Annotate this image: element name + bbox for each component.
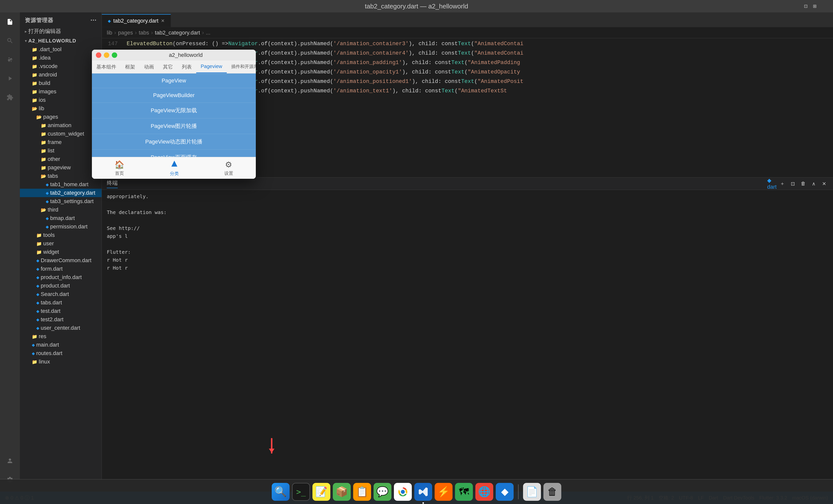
sidebar-item-other[interactable]: other xyxy=(20,155,101,163)
sidebar-item-user-center[interactable]: user_center.dart xyxy=(20,324,101,332)
list-item-pageview[interactable]: PageView xyxy=(92,73,256,88)
sidebar-item-tools[interactable]: tools xyxy=(20,231,101,239)
breadcrumb-pages[interactable]: pages xyxy=(118,29,133,36)
list-item-pageviewbuilder[interactable]: PageViewBuilder xyxy=(92,88,256,103)
sidebar-item-frame[interactable]: frame xyxy=(20,138,101,146)
tab-tab2-category[interactable]: tab2_category.dart ✕ xyxy=(102,14,171,27)
bottom-nav-settings[interactable]: ⚙ 设置 xyxy=(224,160,233,176)
chevron-up-icon[interactable]: ∧ xyxy=(810,180,817,188)
documents-dock-icon[interactable]: 📄 xyxy=(523,483,541,501)
sidebar-item-widget[interactable]: widget xyxy=(20,248,101,256)
sidebar-item-images[interactable]: images xyxy=(20,88,101,96)
sidebar-item-search[interactable]: Search.dart xyxy=(20,290,101,298)
sidebar-item-tabs[interactable]: tabs xyxy=(20,172,101,180)
sidebar-item-idea[interactable]: .idea xyxy=(20,54,101,62)
split-terminal-icon[interactable]: ⊡ xyxy=(789,180,797,188)
terminal-dock-icon[interactable]: >_ xyxy=(292,483,310,501)
sidebar-item-dart-tool[interactable]: .dart_tool xyxy=(20,45,101,54)
sidebar-item-android[interactable]: android xyxy=(20,71,101,79)
sidebar-item-test[interactable]: test.dart xyxy=(20,307,101,315)
sidebar-menu-icon[interactable]: ··· xyxy=(90,16,97,24)
window-minimize-button[interactable] xyxy=(104,52,109,58)
browser2-icon[interactable]: 🌐 xyxy=(475,483,493,501)
app-tab-other[interactable]: 其它 xyxy=(159,61,177,73)
breadcrumb-tabs[interactable]: tabs xyxy=(139,29,149,36)
list-item-pageview-dynamic[interactable]: PageView动态图片轮播 xyxy=(92,134,256,150)
terminal-content[interactable]: appropriately. The declaration was: See … xyxy=(102,190,833,272)
app-tab-frame[interactable]: 框架 xyxy=(121,61,140,73)
run-debug-icon[interactable] xyxy=(3,72,17,86)
breadcrumb-more[interactable]: ... xyxy=(206,29,210,36)
app-tab-pageview[interactable]: Pageview xyxy=(196,61,227,73)
sidebar-item-pages[interactable]: pages xyxy=(20,113,101,121)
dart-terminal-icon[interactable]: ◆ dart xyxy=(768,180,776,188)
sidebar-item-main[interactable]: main.dart xyxy=(20,341,101,349)
source-control-icon[interactable] xyxy=(3,53,17,67)
extensions-icon[interactable] xyxy=(3,90,17,104)
chrome-icon[interactable] xyxy=(394,483,412,501)
sidebar-item-drawercommon[interactable]: DrawerCommon.dart xyxy=(20,256,101,265)
files-icon[interactable] xyxy=(3,15,17,29)
sidebar-item-linux[interactable]: linux xyxy=(20,358,101,366)
trash-terminal-icon[interactable]: 🗑 xyxy=(799,180,807,188)
vscode-dock-icon[interactable] xyxy=(414,483,432,501)
app-tab-animation[interactable]: 动画 xyxy=(140,61,159,73)
dart-dock-icon[interactable]: ◆ xyxy=(496,483,514,501)
sidebar-item-custom-widget[interactable]: custom_widget xyxy=(20,129,101,138)
list-item-pageview-carousel[interactable]: PageView图片轮播 xyxy=(92,118,256,134)
window-close-button[interactable] xyxy=(96,52,101,58)
search-icon[interactable] xyxy=(3,34,17,48)
account-icon[interactable] xyxy=(3,454,17,468)
list-item-pageview-cache[interactable]: PageView页面缓存 xyxy=(92,150,256,157)
sidebar-item-lib[interactable]: lib xyxy=(20,104,101,113)
split-editor-icon[interactable]: ⊡ xyxy=(802,3,809,10)
sidebar-item-routes[interactable]: routes.dart xyxy=(20,349,101,358)
list-item-pageview-infinite[interactable]: PageView无限加载 xyxy=(92,103,256,118)
sidebar-item-animation[interactable]: animation xyxy=(20,121,101,129)
close-terminal-icon[interactable]: ✕ xyxy=(820,180,828,188)
sidebar-item-third[interactable]: third xyxy=(20,206,101,214)
sidebar-item-ios[interactable]: ios xyxy=(20,96,101,104)
maps-icon[interactable]: 🗺 xyxy=(455,483,473,501)
app-tab-list[interactable]: 列表 xyxy=(177,61,196,73)
finder-icon[interactable]: 🔍 xyxy=(272,483,290,501)
sidebar-item-user[interactable]: user xyxy=(20,239,101,248)
sidebar-item-tab2-category[interactable]: tab2_category.dart xyxy=(20,189,101,197)
app5-icon[interactable]: 📋 xyxy=(353,483,371,501)
sidebar-item-product-info[interactable]: product_info.dart xyxy=(20,273,101,282)
sidebar-item-form[interactable]: form.dart xyxy=(20,265,101,273)
sidebar-item-pageview[interactable]: pageview xyxy=(20,163,101,172)
bottom-nav-home[interactable]: 🏠 首页 xyxy=(115,160,124,176)
sidebar-item-test2[interactable]: test2.dart xyxy=(20,315,101,324)
sidebar-item-label: list xyxy=(48,147,54,154)
root-folder-section[interactable]: A2_HELLOWORLD xyxy=(20,37,101,45)
sublime-icon[interactable]: ⚡ xyxy=(435,483,453,501)
tab-close-button[interactable]: ✕ xyxy=(161,18,165,24)
trash-dock-icon[interactable]: 🗑 xyxy=(543,483,561,501)
add-terminal-icon[interactable]: ＋ xyxy=(778,180,786,188)
open-editors-section[interactable]: 打开的编辑器 xyxy=(20,26,101,37)
sidebar-item-tabs-dart[interactable]: tabs.dart xyxy=(20,298,101,307)
bottom-nav-category[interactable]: 分类 xyxy=(170,160,179,176)
notes-icon[interactable]: 📝 xyxy=(312,483,330,501)
wechat-icon[interactable]: 💬 xyxy=(374,483,391,501)
app4-icon[interactable]: 📦 xyxy=(333,483,351,501)
folder-icon xyxy=(36,232,42,238)
sidebar-item-tab3-settings[interactable]: tab3_settings.dart xyxy=(20,197,101,206)
layout-icon[interactable]: ⊞ xyxy=(811,3,818,10)
sidebar-item-product[interactable]: product.dart xyxy=(20,282,101,290)
sidebar-item-res[interactable]: res xyxy=(20,332,101,341)
sidebar-item-tab1-home[interactable]: tab1_home.dart xyxy=(20,180,101,189)
sidebar-item-build[interactable]: build xyxy=(20,79,101,88)
window-maximize-button[interactable] xyxy=(112,52,117,58)
sidebar-item-list[interactable]: list xyxy=(20,146,101,155)
breadcrumb-lib[interactable]: lib xyxy=(107,29,112,36)
sidebar-item-bmap[interactable]: bmap.dart xyxy=(20,214,101,222)
terminal-tab-label[interactable]: 终端 xyxy=(107,179,118,188)
breadcrumb-file[interactable]: tab2_category.dart xyxy=(155,29,200,36)
sidebar-item-label: DrawerCommon.dart xyxy=(41,257,91,264)
sidebar-item-vscode[interactable]: .vscode xyxy=(20,62,101,71)
app-tab-plugins[interactable]: 插件和开源库 xyxy=(227,61,256,73)
app-tab-basic[interactable]: 基本组件 xyxy=(92,61,121,73)
sidebar-item-permission[interactable]: permission.dart xyxy=(20,222,101,231)
